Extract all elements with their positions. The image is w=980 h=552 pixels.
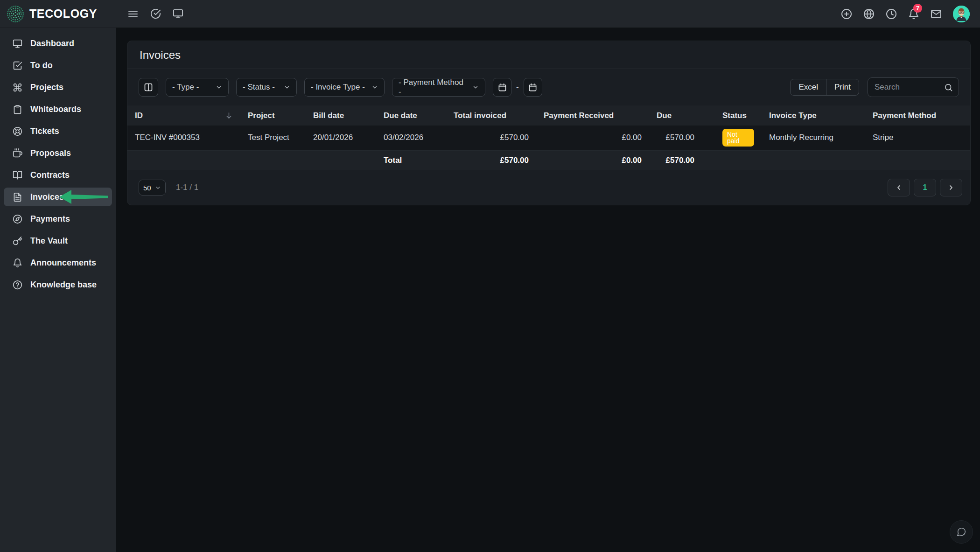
payment-method-select[interactable]: - Payment Method - (392, 78, 485, 97)
sidebar: TECOLOGY Dashboard To do Projects Whiteb… (0, 0, 116, 552)
table-header-row: ID Project Bill date Due date Total invo… (127, 105, 971, 126)
sort-desc-icon[interactable] (225, 112, 233, 119)
calendar-icon (498, 83, 507, 92)
sidebar-nav: Dashboard To do Projects Whiteboards Tic… (0, 28, 116, 300)
book-open-icon (13, 170, 22, 180)
topbar-right: 7 (841, 6, 970, 22)
sidebar-item-the-vault[interactable]: The Vault (4, 231, 112, 250)
avatar-image-icon (953, 6, 970, 22)
topbar: 7 (116, 0, 980, 28)
invoices-table: ID Project Bill date Due date Total invo… (127, 105, 971, 170)
sidebar-item-dashboard[interactable]: Dashboard (4, 34, 112, 53)
excel-button[interactable]: Excel (791, 79, 826, 95)
invoices-panel: Invoices - Type - - Status - (127, 41, 971, 205)
next-page-button[interactable] (940, 179, 962, 196)
sidebar-item-whiteboards[interactable]: Whiteboards (4, 100, 112, 119)
pagination-range: 1-1 / 1 (176, 183, 198, 192)
total-due-value: £570.00 (649, 150, 702, 170)
invoice-type-select-value: - Invoice Type - (311, 83, 365, 92)
add-button[interactable] (841, 8, 852, 20)
page-size-select[interactable]: 50 (139, 180, 166, 196)
column-header-bill-date[interactable]: Bill date (306, 105, 376, 126)
language-button[interactable] (863, 8, 875, 20)
menu-icon (127, 8, 139, 20)
column-header-payment-method[interactable]: Payment Method (865, 105, 971, 126)
chevron-down-icon (216, 84, 222, 91)
menu-button[interactable] (127, 8, 139, 20)
column-header-total-invoiced[interactable]: Total invoiced (446, 105, 536, 126)
monitor-icon (173, 8, 183, 19)
status-select[interactable]: - Status - (236, 78, 297, 97)
status-badge: Not paid (722, 129, 754, 147)
cell-due: £570.00 (649, 126, 702, 150)
sidebar-item-payments[interactable]: Payments (4, 210, 112, 228)
page-1-button[interactable]: 1 (914, 179, 936, 196)
display-button[interactable] (173, 8, 183, 19)
column-header-invoice-type[interactable]: Invoice Type (762, 105, 865, 126)
sidebar-item-label: Announcements (30, 258, 96, 268)
column-header-due[interactable]: Due (649, 105, 702, 126)
sidebar-item-label: The Vault (30, 236, 68, 246)
date-to-button[interactable] (524, 78, 542, 97)
cell-total-invoiced: £570.00 (446, 126, 536, 150)
cell-due-date: 03/02/2026 (376, 126, 446, 150)
column-header-payment-received[interactable]: Payment Received (536, 105, 649, 126)
coffee-icon (13, 148, 22, 158)
user-avatar[interactable] (953, 6, 970, 22)
columns-icon (144, 83, 153, 92)
cell-project: Test Project (240, 126, 306, 150)
calendar-icon (528, 83, 537, 92)
compass-icon (13, 214, 22, 224)
search-box (868, 77, 959, 97)
sidebar-item-tickets[interactable]: Tickets (4, 122, 112, 140)
sidebar-item-projects[interactable]: Projects (4, 78, 112, 97)
columns-toggle-button[interactable] (139, 78, 158, 97)
sidebar-item-label: Whiteboards (30, 105, 81, 114)
history-button[interactable] (886, 8, 897, 20)
prev-page-button[interactable] (888, 179, 910, 196)
brand-name: TECOLOGY (29, 7, 97, 21)
table-row[interactable]: TEC-INV #000353 Test Project 20/01/2026 … (127, 126, 971, 150)
column-header-id[interactable]: ID (127, 105, 240, 126)
help-circle-icon (13, 280, 22, 290)
sidebar-item-label: Payments (30, 214, 70, 224)
check-square-icon (13, 61, 22, 70)
life-buoy-icon (13, 126, 22, 136)
type-select[interactable]: - Type - (166, 78, 229, 97)
notifications-button[interactable]: 7 (908, 8, 919, 20)
file-text-icon (13, 192, 22, 202)
sidebar-item-label: Dashboard (30, 39, 74, 49)
notification-badge: 7 (913, 4, 922, 13)
monitor-icon (13, 39, 22, 49)
column-header-due-date[interactable]: Due date (376, 105, 446, 126)
sidebar-item-announcements[interactable]: Announcements (4, 253, 112, 272)
sidebar-item-knowledge-base[interactable]: Knowledge base (4, 275, 112, 294)
invoice-type-select[interactable]: - Invoice Type - (304, 78, 385, 97)
filter-right-group: Excel Print (790, 77, 959, 97)
status-select-value: - Status - (243, 83, 275, 92)
clock-icon (886, 8, 897, 20)
messages-button[interactable] (931, 8, 942, 20)
cell-id[interactable]: TEC-INV #000353 (127, 126, 240, 150)
page-size-value: 50 (143, 184, 151, 192)
message-circle-icon (956, 527, 966, 537)
chevron-left-icon (895, 184, 903, 191)
column-header-status[interactable]: Status (702, 105, 762, 126)
column-header-project[interactable]: Project (240, 105, 306, 126)
tasks-button[interactable] (150, 8, 161, 19)
sidebar-item-proposals[interactable]: Proposals (4, 144, 112, 162)
pagination-bar: 50 1-1 / 1 1 (127, 170, 970, 205)
sidebar-item-label: Contracts (30, 170, 70, 180)
bell-icon (13, 258, 22, 268)
sidebar-item-contracts[interactable]: Contracts (4, 166, 112, 184)
date-from-button[interactable] (493, 78, 511, 97)
search-icon[interactable] (944, 83, 953, 92)
print-button[interactable]: Print (826, 79, 859, 95)
search-input[interactable] (874, 82, 940, 92)
sidebar-item-todo[interactable]: To do (4, 56, 112, 75)
brand-globe-icon (5, 3, 26, 25)
annotation-arrow-icon (58, 189, 109, 205)
brand-logo[interactable]: TECOLOGY (0, 0, 116, 28)
chat-button[interactable] (950, 520, 973, 544)
total-invoiced-value: £570.00 (446, 150, 536, 170)
